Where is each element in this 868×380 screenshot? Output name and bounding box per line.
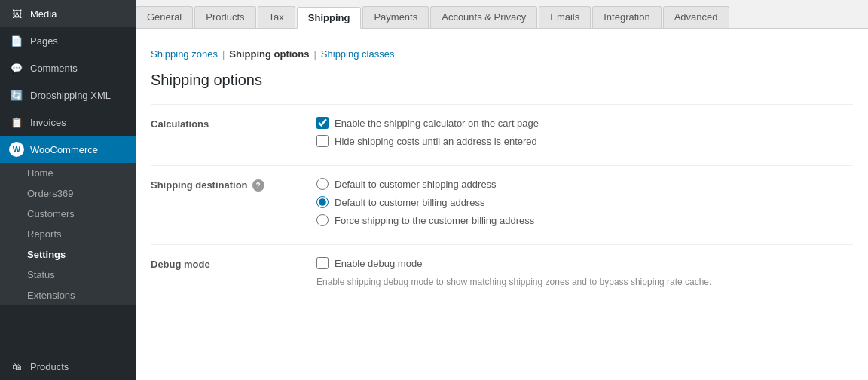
calc-enable-checkbox[interactable]: [316, 117, 329, 129]
content-area: Shipping zones | Shipping options | Ship…: [136, 29, 868, 380]
pages-icon: 📄: [9, 33, 24, 48]
page-title: Shipping options: [151, 72, 853, 89]
sidebar-item-label: WooCommerce: [30, 144, 98, 155]
sidebar-item-label: Invoices: [30, 117, 66, 128]
sidebar-item-dropshipping[interactable]: 🔄 Dropshipping XML: [0, 81, 136, 109]
tab-general[interactable]: General: [136, 6, 193, 28]
debug-section: Debug mode Enable debug mode Enable ship…: [151, 244, 853, 301]
tab-accounts-privacy[interactable]: Accounts & Privacy: [430, 6, 537, 28]
calculations-label: Calculations: [151, 117, 316, 153]
tab-products[interactable]: Products: [194, 6, 255, 28]
destination-field: Default to customer shipping address Def…: [316, 178, 853, 232]
media-icon: 🖼: [9, 6, 24, 21]
comments-icon: 💬: [9, 60, 24, 75]
calculations-section: Calculations Enable the shipping calcula…: [151, 104, 853, 165]
sidebar-item-label: Dropshipping XML: [30, 90, 111, 101]
sidebar-sub-extensions[interactable]: Extensions: [0, 285, 136, 305]
sidebar-item-invoices[interactable]: 📋 Invoices: [0, 109, 136, 136]
debug-field: Enable debug mode Enable shipping debug …: [316, 257, 853, 289]
dest-force-billing-row: Force shipping to the customer billing a…: [316, 214, 853, 226]
tab-emails[interactable]: Emails: [539, 6, 591, 28]
orders-badge: 369: [57, 188, 74, 199]
calc-hide-checkbox[interactable]: [316, 135, 329, 147]
products-icon: 🛍: [9, 359, 24, 374]
debug-enable-label[interactable]: Enable debug mode: [335, 258, 422, 269]
tab-payments[interactable]: Payments: [362, 6, 429, 28]
dest-force-billing-radio[interactable]: [316, 214, 329, 226]
sidebar-sub-reports[interactable]: Reports: [0, 224, 136, 244]
calc-hide-row: Hide shipping costs until an address is …: [316, 135, 853, 147]
sidebar-sub-home[interactable]: Home: [0, 163, 136, 183]
sidebar-item-products[interactable]: 🛍 Products: [0, 353, 136, 380]
sidebar-item-woocommerce[interactable]: W WooCommerce: [0, 136, 136, 163]
subnav-classes[interactable]: Shipping classes: [321, 48, 395, 60]
sidebar-item-label: Products: [30, 361, 69, 372]
destination-help-icon[interactable]: ?: [252, 179, 264, 192]
dest-billing-radio[interactable]: [316, 196, 329, 208]
sidebar-sub-customers[interactable]: Customers: [0, 204, 136, 224]
destination-label: Shipping destination ?: [151, 178, 316, 232]
calc-enable-label[interactable]: Enable the shipping calculator on the ca…: [335, 118, 539, 129]
debug-enable-checkbox[interactable]: [316, 257, 329, 269]
debug-enable-row: Enable debug mode: [316, 257, 853, 269]
sidebar-sub-settings[interactable]: Settings: [0, 244, 136, 265]
dest-shipping-row: Default to customer shipping address: [316, 178, 853, 190]
tab-tax[interactable]: Tax: [258, 6, 295, 28]
subnav-zones[interactable]: Shipping zones: [151, 48, 218, 60]
sidebar: 🖼 Media 📄 Pages 💬 Comments 🔄 Dropshippin…: [0, 0, 136, 380]
debug-description: Enable shipping debug mode to show match…: [316, 275, 853, 289]
sidebar-item-pages[interactable]: 📄 Pages: [0, 27, 136, 54]
woo-icon: W: [9, 142, 24, 157]
sidebar-item-label: Comments: [30, 63, 78, 74]
sidebar-item-media[interactable]: 🖼 Media: [0, 0, 136, 27]
subnav: Shipping zones | Shipping options | Ship…: [151, 41, 853, 64]
sidebar-sub-orders[interactable]: Orders 369: [0, 183, 136, 204]
sidebar-item-label: Pages: [30, 35, 58, 47]
dest-billing-label[interactable]: Default to customer billing address: [335, 197, 484, 208]
tab-advanced[interactable]: Advanced: [663, 6, 729, 28]
dest-billing-row: Default to customer billing address: [316, 196, 853, 208]
dropshipping-icon: 🔄: [9, 87, 24, 103]
invoices-icon: 📋: [9, 115, 24, 130]
dest-force-billing-label[interactable]: Force shipping to the customer billing a…: [335, 215, 534, 226]
tabs-bar: General Products Tax Shipping Payments A…: [136, 0, 868, 29]
subnav-options: Shipping options: [229, 48, 309, 60]
sidebar-item-comments[interactable]: 💬 Comments: [0, 54, 136, 81]
debug-label: Debug mode: [151, 257, 316, 289]
sidebar-sub-status[interactable]: Status: [0, 265, 136, 285]
main-content: General Products Tax Shipping Payments A…: [136, 0, 868, 380]
calc-hide-label[interactable]: Hide shipping costs until an address is …: [335, 136, 537, 147]
calc-enable-row: Enable the shipping calculator on the ca…: [316, 117, 853, 129]
calculations-field: Enable the shipping calculator on the ca…: [316, 117, 853, 153]
tab-integration[interactable]: Integration: [592, 6, 661, 28]
tab-shipping[interactable]: Shipping: [297, 7, 362, 29]
destination-section: Shipping destination ? Default to custom…: [151, 165, 853, 244]
sidebar-item-label: Media: [30, 8, 57, 20]
dest-shipping-label[interactable]: Default to customer shipping address: [335, 179, 497, 190]
dest-shipping-radio[interactable]: [316, 178, 329, 190]
woo-submenu: Home Orders 369 Customers Reports Settin…: [0, 163, 136, 305]
